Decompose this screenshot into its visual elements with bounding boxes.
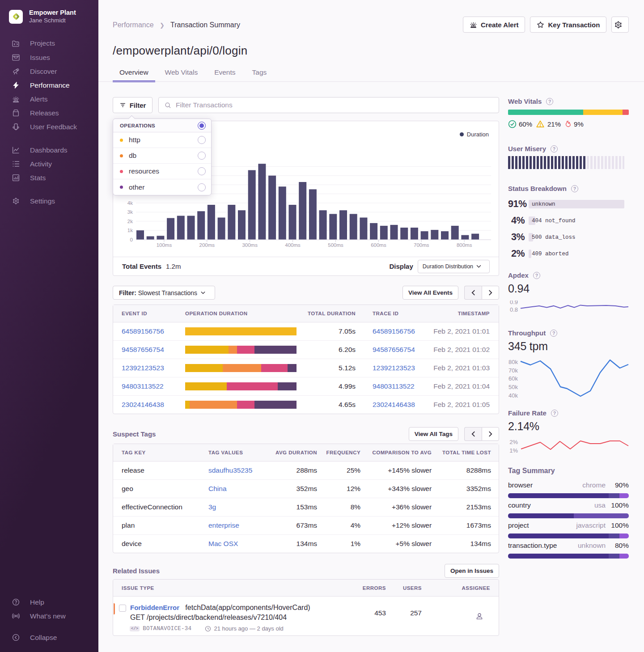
svg-text:80k: 80k	[508, 359, 518, 365]
svg-text:0.8: 0.8	[510, 306, 518, 313]
svg-text:40k: 40k	[508, 392, 518, 399]
svg-text:300ms: 300ms	[242, 242, 258, 248]
svg-text:400ms: 400ms	[285, 242, 301, 248]
svg-text:60k: 60k	[508, 375, 518, 382]
svg-text:800ms: 800ms	[457, 242, 472, 248]
svg-text:100ms: 100ms	[157, 242, 172, 248]
svg-text:200ms: 200ms	[199, 242, 215, 248]
svg-text:70k: 70k	[508, 367, 518, 374]
svg-text:3k: 3k	[127, 209, 133, 215]
svg-text:500ms: 500ms	[328, 242, 343, 248]
svg-text:700ms: 700ms	[414, 242, 429, 248]
svg-text:1%: 1%	[509, 447, 518, 454]
svg-text:2%: 2%	[509, 439, 518, 445]
svg-text:2k: 2k	[127, 219, 133, 224]
svg-text:600ms: 600ms	[371, 242, 386, 248]
svg-text:0.9: 0.9	[510, 301, 518, 305]
svg-text:50k: 50k	[508, 384, 518, 390]
svg-text:4k: 4k	[127, 200, 133, 206]
svg-text:1k: 1k	[127, 228, 133, 233]
svg-text:0: 0	[130, 237, 133, 242]
